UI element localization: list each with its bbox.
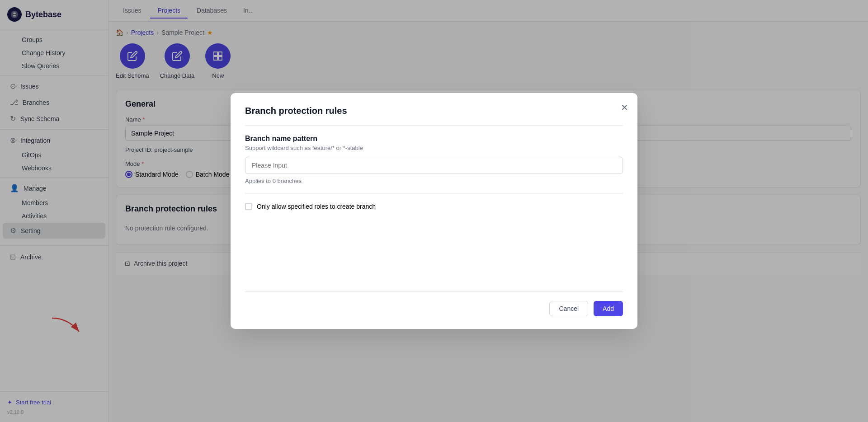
roles-checkbox[interactable] — [245, 203, 252, 210]
name-pattern-label: Branch name pattern — [245, 135, 623, 143]
modal-divider-top — [245, 125, 623, 126]
modal-spacer — [245, 219, 623, 291]
checkbox-row: Only allow specified roles to create bra… — [245, 203, 623, 210]
modal-overlay[interactable]: ✕ Branch protection rules Branch name pa… — [0, 0, 868, 422]
modal-divider-mid — [245, 193, 623, 194]
applies-text: Applies to 0 branches — [245, 178, 623, 184]
modal-title: Branch protection rules — [245, 106, 623, 116]
branch-pattern-input[interactable] — [245, 157, 623, 174]
add-button[interactable]: Add — [594, 301, 623, 316]
checkbox-label: Only allow specified roles to create bra… — [257, 203, 376, 210]
cancel-button[interactable]: Cancel — [549, 301, 588, 316]
name-pattern-hint: Support wildcard such as feature/* or *-… — [245, 145, 623, 151]
modal-close-button[interactable]: ✕ — [621, 102, 628, 113]
modal-footer: Cancel Add — [245, 291, 623, 316]
branch-protection-modal: ✕ Branch protection rules Branch name pa… — [231, 93, 637, 329]
